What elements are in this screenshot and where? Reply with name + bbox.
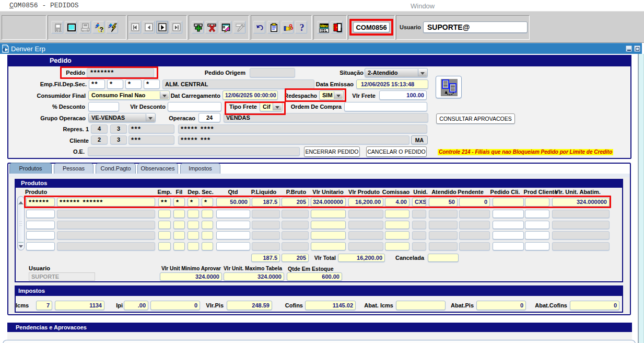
svg-text:?: ? bbox=[300, 23, 305, 32]
svg-text:Menu: Menu bbox=[320, 24, 329, 28]
svg-text:?: ? bbox=[100, 26, 103, 33]
